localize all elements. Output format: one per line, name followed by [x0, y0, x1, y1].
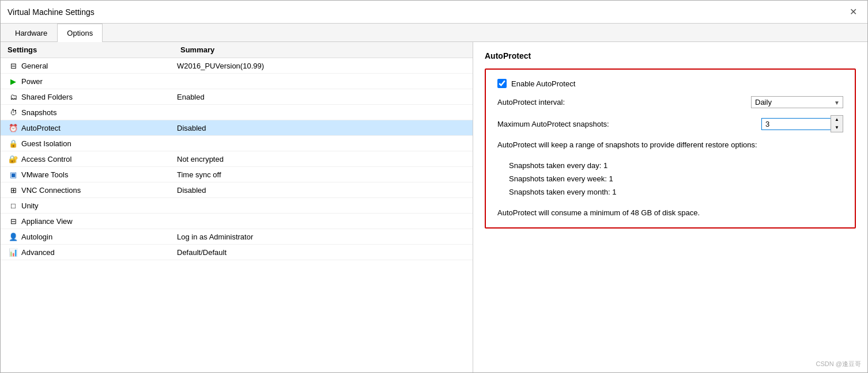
settings-label-unity: Unity: [21, 201, 177, 210]
spinner-down-button[interactable]: ▼: [831, 124, 843, 132]
guestisolation-icon: 🔒: [7, 139, 19, 148]
snapshot-day: Snapshots taken every day: 1: [509, 159, 843, 172]
settings-row-vnc-connections[interactable]: ⊞VNC ConnectionsDisabled: [1, 182, 473, 198]
sharedfolder-icon: 🗂: [7, 92, 19, 101]
settings-row-guest-isolation[interactable]: 🔒Guest Isolation: [1, 136, 473, 151]
settings-row-autologin[interactable]: 👤AutologinLog in as Administrator: [1, 229, 473, 245]
autoprotect-icon: ⏰: [7, 123, 19, 132]
settings-list-panel: Settings Summary ⊟GeneralW2016_PUVersion…: [1, 42, 473, 372]
autoprotect-description: AutoProtect will keep a range of snapsho…: [497, 139, 843, 151]
settings-label-guest-isolation: Guest Isolation: [21, 139, 177, 148]
settings-row-advanced[interactable]: 📊AdvancedDefault/Default: [1, 245, 473, 260]
settings-row-unity[interactable]: □Unity: [1, 198, 473, 214]
autoprotect-panel: AutoProtect Enable AutoProtect AutoProte…: [473, 42, 867, 372]
snapshots-icon: ⏱: [7, 108, 19, 117]
max-snapshots-spinner: ▲ ▼: [761, 115, 843, 132]
enable-autoprotect-label: Enable AutoProtect: [511, 79, 575, 88]
settings-summary-access-control: Not encrypted: [177, 155, 466, 163]
snapshot-week: Snapshots taken every week: 1: [509, 172, 843, 185]
settings-summary-general: W2016_PUVersion(10.99): [177, 62, 466, 70]
settings-label-vmware-tools: VMware Tools: [21, 170, 177, 179]
power-icon: ▶: [7, 77, 19, 86]
settings-row-general[interactable]: ⊟GeneralW2016_PUVersion(10.99): [1, 58, 473, 74]
watermark: CSDN @逢豆哥: [816, 360, 861, 368]
settings-label-appliance-view: Appliance View: [21, 217, 177, 226]
settings-row-vmware-tools[interactable]: ▣VMware ToolsTime sync off: [1, 167, 473, 182]
enable-autoprotect-checkbox[interactable]: [497, 79, 507, 88]
autoprotect-box: Enable AutoProtect AutoProtect interval:…: [485, 68, 856, 229]
settings-label-general: General: [21, 62, 177, 70]
applianceview-icon: ⊟: [7, 216, 19, 226]
interval-select-wrapper: Daily Weekly Monthly: [751, 96, 843, 108]
settings-row-access-control[interactable]: 🔐Access ControlNot encrypted: [1, 151, 473, 167]
settings-label-snapshots: Snapshots: [21, 108, 177, 117]
settings-summary-autoprotect: Disabled: [177, 124, 466, 132]
general-icon: ⊟: [7, 61, 19, 70]
settings-label-power: Power: [21, 77, 177, 86]
max-snapshots-row: Maximum AutoProtect snapshots: ▲ ▼: [497, 115, 843, 132]
settings-summary-shared-folders: Enabled: [177, 93, 466, 101]
advanced-icon: 📊: [7, 248, 19, 257]
enable-autoprotect-row: Enable AutoProtect: [497, 79, 843, 88]
tab-bar: Hardware Options: [1, 24, 867, 42]
tab-hardware[interactable]: Hardware: [5, 24, 57, 42]
settings-row-snapshots[interactable]: ⏱Snapshots: [1, 105, 473, 120]
vmwaretools-icon: ▣: [7, 170, 19, 179]
autoprotect-title: AutoProtect: [485, 51, 856, 60]
spinner-buttons: ▲ ▼: [831, 115, 843, 132]
settings-row-shared-folders[interactable]: 🗂Shared FoldersEnabled: [1, 89, 473, 105]
settings-summary-vmware-tools: Time sync off: [177, 170, 466, 179]
settings-label-advanced: Advanced: [21, 248, 177, 257]
settings-label-autoprotect: AutoProtect: [21, 124, 177, 132]
settings-summary-autologin: Log in as Administrator: [177, 233, 466, 241]
max-snapshots-input[interactable]: [761, 118, 831, 130]
settings-label-shared-folders: Shared Folders: [21, 93, 177, 101]
settings-row-power[interactable]: ▶Power: [1, 74, 473, 89]
settings-row-autoprotect[interactable]: ⏰AutoProtectDisabled: [1, 120, 473, 136]
col-summary-label: Summary: [180, 45, 466, 54]
settings-label-access-control: Access Control: [21, 155, 177, 163]
settings-row-appliance-view[interactable]: ⊟Appliance View: [1, 214, 473, 229]
snapshot-month: Snapshots taken every month: 1: [509, 185, 843, 199]
settings-label-vnc-connections: VNC Connections: [21, 186, 177, 195]
window-title: Virtual Machine Settings: [7, 7, 95, 17]
unity-icon: □: [7, 201, 19, 210]
tab-options[interactable]: Options: [57, 24, 103, 42]
accesscontrol-icon: 🔐: [7, 154, 19, 163]
interval-select[interactable]: Daily Weekly Monthly: [751, 96, 843, 108]
interval-control: Daily Weekly Monthly: [751, 96, 843, 108]
interval-row: AutoProtect interval: Daily Weekly Month…: [497, 96, 843, 108]
autologin-icon: 👤: [7, 232, 19, 241]
spinner-up-button[interactable]: ▲: [831, 116, 843, 124]
main-content: Settings Summary ⊟GeneralW2016_PUVersion…: [1, 42, 867, 372]
snapshot-details: Snapshots taken every day: 1 Snapshots t…: [509, 159, 843, 199]
settings-header: Settings Summary: [1, 42, 473, 58]
settings-summary-advanced: Default/Default: [177, 248, 466, 257]
settings-label-autologin: Autologin: [21, 233, 177, 241]
vncconnections-icon: ⊞: [7, 185, 19, 195]
close-button[interactable]: ✕: [846, 5, 861, 18]
settings-rows: ⊟GeneralW2016_PUVersion(10.99)▶Power🗂Sha…: [1, 58, 473, 260]
interval-label: AutoProtect interval:: [497, 98, 751, 106]
title-bar: Virtual Machine Settings ✕: [1, 1, 867, 24]
col-settings-label: Settings: [7, 45, 180, 54]
settings-summary-vnc-connections: Disabled: [177, 186, 466, 195]
disk-space-text: AutoProtect will consume a minimum of 48…: [497, 207, 843, 219]
max-snapshots-label: Maximum AutoProtect snapshots:: [497, 120, 761, 128]
